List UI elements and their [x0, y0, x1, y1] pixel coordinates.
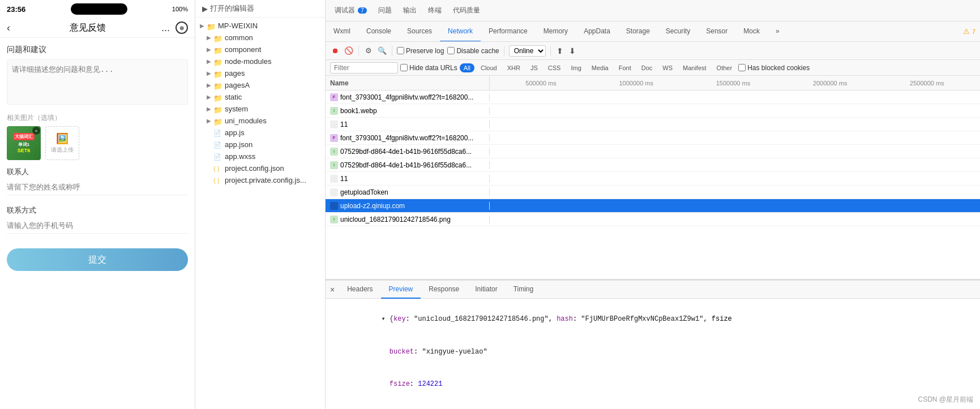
- tab-wxml[interactable]: Wxml: [326, 21, 358, 42]
- tab-output[interactable]: 输出: [399, 3, 421, 18]
- request-row-img2[interactable]: I 07529bdf-d864-4de1-b41b-9616f55d8ca6..…: [326, 158, 980, 172]
- tab-more[interactable]: »: [768, 21, 788, 42]
- status-bar: 23:56 100%: [0, 0, 195, 18]
- tree-item-project-private[interactable]: { } project.private.config.js...: [195, 174, 325, 186]
- has-blocked-checkbox[interactable]: Has blocked cookies: [738, 64, 810, 72]
- tree-root[interactable]: ▶ 📁 MP-WEIXIN: [195, 20, 325, 32]
- detail-content: ▾ {key: "unicloud_168217901242718546.png…: [326, 299, 980, 409]
- filter-tag-media[interactable]: Media: [588, 63, 613, 72]
- image-thumb-1: 大搞词汇 单词1 SET6 ×: [7, 126, 41, 160]
- tree-item-appjson[interactable]: 📄 app.json: [195, 139, 325, 150]
- online-select[interactable]: Online: [509, 45, 546, 57]
- disable-cache-checkbox[interactable]: Disable cache: [447, 47, 499, 55]
- preserve-log-input[interactable]: [397, 47, 404, 54]
- download-icon-btn[interactable]: ⬇: [568, 45, 577, 57]
- request-list: F font_3793001_4fgpni8ivtv.woff2?t=16820…: [326, 91, 980, 279]
- tab-console[interactable]: Console: [358, 21, 399, 42]
- arrow-static: ▶: [207, 94, 213, 100]
- tab-storage[interactable]: Storage: [618, 21, 658, 42]
- tab-performance[interactable]: Performance: [481, 21, 536, 42]
- circle-button[interactable]: ⊕: [176, 21, 188, 34]
- hide-data-urls-input[interactable]: [400, 64, 408, 71]
- phone-input[interactable]: [7, 218, 188, 234]
- tree-item-uni-modules[interactable]: ▶ 📁 uni_modules: [195, 115, 325, 127]
- filter-tag-xhr[interactable]: XHR: [503, 63, 524, 72]
- network-body: F font_3793001_4fgpni8ivtv.woff2?t=16820…: [326, 91, 980, 409]
- tree-item-appjs[interactable]: 📄 app.js: [195, 127, 325, 139]
- image-close-button[interactable]: ×: [32, 127, 40, 135]
- upload-icon-btn[interactable]: ⬆: [555, 45, 564, 57]
- request-row-img1[interactable]: I 07529bdf-d864-4de1-b41b-9616f55d8ca6..…: [326, 145, 980, 158]
- filter-input[interactable]: [330, 62, 398, 74]
- tab-network[interactable]: Network: [440, 21, 481, 42]
- more-button[interactable]: ...: [161, 22, 170, 34]
- detail-tab-timing[interactable]: Timing: [506, 281, 542, 299]
- filter-tag-font[interactable]: Font: [615, 63, 635, 72]
- back-button[interactable]: ‹: [7, 22, 10, 34]
- filter-tag-other[interactable]: Other: [713, 63, 737, 72]
- filter-tag-ws[interactable]: WS: [658, 63, 677, 72]
- search-button[interactable]: 🔍: [377, 46, 387, 56]
- detail-tab-initiator[interactable]: Initiator: [467, 281, 505, 299]
- tree-item-pagesA[interactable]: ▶ 📁 pagesA: [195, 79, 325, 91]
- filter-tag-doc[interactable]: Doc: [637, 63, 657, 72]
- image-upload-button[interactable]: 🖼️ 请选上传: [45, 126, 79, 160]
- feedback-textarea[interactable]: [7, 59, 188, 105]
- request-row-unicloud[interactable]: I unicloud_168217901242718546.png: [326, 213, 980, 226]
- detail-tab-response[interactable]: Response: [421, 281, 467, 299]
- file-type-getuploadtoken: [330, 188, 338, 196]
- request-row-font2[interactable]: F font_3793001_4fgpni8ivtv.woff2?t=16820…: [326, 131, 980, 145]
- request-row-getuploadtoken[interactable]: getuploadToken: [326, 186, 980, 199]
- has-blocked-input[interactable]: [738, 64, 746, 71]
- tree-item-system[interactable]: ▶ 📁 system: [195, 103, 325, 115]
- tab-terminal[interactable]: 终端: [423, 3, 446, 18]
- filter-tag-cloud[interactable]: Cloud: [477, 63, 501, 72]
- clear-button[interactable]: 🚫: [344, 46, 354, 56]
- tab-memory[interactable]: Memory: [536, 21, 576, 42]
- request-row-11a[interactable]: 11: [326, 118, 980, 131]
- tab-appdata[interactable]: AppData: [576, 21, 618, 42]
- detail-close-button[interactable]: ×: [326, 285, 339, 294]
- triangle-icon: ▶: [202, 5, 208, 13]
- record-button[interactable]: ⏺: [330, 46, 340, 56]
- arrow-component: ▶: [207, 46, 213, 53]
- tab-mock[interactable]: Mock: [735, 21, 768, 42]
- preserve-log-label: Preserve log: [406, 47, 444, 55]
- request-row-font1[interactable]: F font_3793001_4fgpni8ivtv.woff2?t=16820…: [326, 91, 980, 104]
- filter-tag-css[interactable]: CSS: [544, 63, 565, 72]
- timeline-1000k: 1000000 ms: [619, 80, 653, 87]
- folder-pagesA-icon: 📁: [213, 82, 222, 89]
- contact-input[interactable]: [7, 179, 188, 195]
- filter-tag-img[interactable]: Img: [567, 63, 585, 72]
- request-row-upload[interactable]: upload-z2.qiniup.com: [326, 199, 980, 213]
- filter-tag-all[interactable]: All: [460, 63, 474, 72]
- tab-issues[interactable]: 问题: [374, 3, 396, 18]
- tree-item-node-modules[interactable]: ▶ 📁 node-modules: [195, 55, 325, 67]
- tab-sensor[interactable]: Sensor: [698, 21, 735, 42]
- filter-button[interactable]: ⚙: [363, 46, 374, 56]
- detail-tab-preview[interactable]: Preview: [381, 281, 421, 299]
- network-filter-bar: Hide data URLs All Cloud XHR JS CSS Img …: [326, 60, 980, 76]
- tree-item-appwxss[interactable]: 📄 app.wxss: [195, 150, 325, 162]
- tree-item-static[interactable]: ▶ 📁 static: [195, 91, 325, 103]
- tree-item-common[interactable]: ▶ 📁 common: [195, 32, 325, 44]
- submit-button[interactable]: 提交: [7, 248, 188, 271]
- detail-tab-headers[interactable]: Headers: [339, 281, 380, 299]
- tab-security[interactable]: Security: [658, 21, 698, 42]
- tree-item-project-config[interactable]: { } project.config.json: [195, 162, 325, 174]
- request-row-book1[interactable]: I book1.webp: [326, 104, 980, 118]
- tab-sources[interactable]: Sources: [399, 21, 440, 42]
- notch: [71, 3, 127, 15]
- request-row-11b[interactable]: 11: [326, 172, 980, 186]
- req-name-font2: F font_3793001_4fgpni8ivtv.woff2?t=16820…: [326, 134, 490, 142]
- hide-data-urls-checkbox[interactable]: Hide data URLs: [400, 64, 457, 72]
- tree-item-pages[interactable]: ▶ 📁 pages: [195, 67, 325, 79]
- filter-tag-js[interactable]: JS: [527, 63, 542, 72]
- disable-cache-input[interactable]: [447, 47, 455, 54]
- tab-code-quality[interactable]: 代码质量: [448, 3, 485, 18]
- preserve-log-checkbox[interactable]: Preserve log: [397, 47, 444, 55]
- filter-tag-manifest[interactable]: Manifest: [679, 63, 711, 72]
- tab-debugger[interactable]: 调试器 7: [330, 3, 371, 18]
- tree-root-label: MP-WEIXIN: [218, 21, 258, 30]
- tree-item-component[interactable]: ▶ 📁 component: [195, 44, 325, 55]
